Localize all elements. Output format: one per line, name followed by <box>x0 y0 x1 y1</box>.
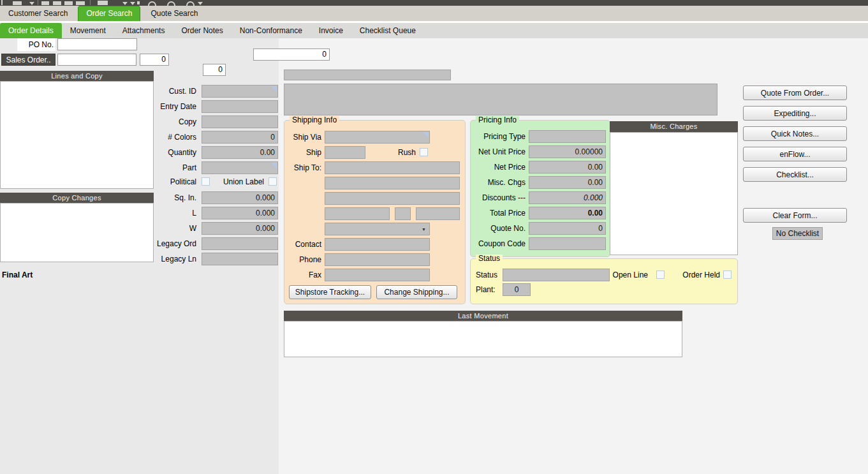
pricing-type-field <box>529 130 606 143</box>
save-icon[interactable] <box>13 1 22 5</box>
open-line-label: Open Line <box>608 269 648 281</box>
net-price-field: 0.00 <box>529 161 606 174</box>
net-price-label: Net Price <box>471 161 526 174</box>
tab-customer-search[interactable]: Customer Search <box>1 6 75 21</box>
help-icon[interactable] <box>186 1 195 6</box>
legacy-ln-label: Legacy Ln <box>101 253 196 265</box>
tab-attachments[interactable]: Attachments <box>114 23 173 38</box>
change-shipping-button[interactable]: Change Shipping... <box>376 285 457 299</box>
tab-order-notes[interactable]: Order Notes <box>173 23 231 38</box>
part-label: Part <box>101 161 196 174</box>
rush-checkbox[interactable] <box>420 148 428 156</box>
status-group-title: Status <box>476 255 503 263</box>
tab-order-details[interactable]: Order Details <box>0 23 62 38</box>
length-label: L <box>101 207 196 219</box>
plant-field: 0 <box>503 283 531 296</box>
no-checklist-badge: No Checklist <box>772 227 823 240</box>
last-movement-panel[interactable] <box>284 321 682 357</box>
tab-quote-search[interactable]: Quote Search <box>143 6 205 21</box>
paste-icon[interactable] <box>76 1 85 5</box>
open-line-checkbox[interactable] <box>656 270 665 279</box>
cust-id-field <box>202 85 278 98</box>
quick-notes-button[interactable]: Quick Notes... <box>743 126 847 141</box>
toolbar-icon[interactable] <box>137 1 140 4</box>
line-number-input[interactable]: 0 <box>203 64 226 76</box>
fax-field <box>325 269 430 281</box>
search-icon[interactable] <box>167 1 175 6</box>
quantity-label: Quantity <box>101 146 196 159</box>
status-field <box>503 269 610 281</box>
pricing-info-group: Pricing Info Pricing Type Net Unit Price… <box>470 120 610 257</box>
po-label-box: PO No. <box>17 38 55 51</box>
fax-label: Fax <box>284 269 321 281</box>
po-input[interactable] <box>57 38 137 50</box>
misc-charges-header: Misc. Charges <box>610 121 738 132</box>
tab-movement[interactable]: Movement <box>62 23 114 38</box>
part-field <box>202 161 278 174</box>
union-label-checkbox[interactable] <box>268 177 277 186</box>
dropdown-caret-icon[interactable] <box>130 2 135 5</box>
tab-order-search[interactable]: Order Search <box>78 6 140 21</box>
total-price-field: 0.00 <box>529 207 606 219</box>
ship-to-addr1-field <box>325 177 460 189</box>
sq-in-label: Sq. In. <box>101 191 196 204</box>
legacy-ord-label: Legacy Ord <box>101 237 196 250</box>
clear-form-button[interactable]: Clear Form... <box>743 208 847 223</box>
political-checkbox[interactable] <box>202 177 210 186</box>
contact-field <box>325 238 430 251</box>
sq-in-field: 0.000 <box>202 191 278 204</box>
pricing-info-title: Pricing Info <box>476 116 519 124</box>
enflow-button[interactable]: enFlow... <box>743 147 847 161</box>
total-price-label: Total Price <box>471 207 526 219</box>
order-entry-window: Customer Search Order Search Quote Searc… <box>0 0 868 474</box>
misc-charges-list[interactable] <box>610 132 738 255</box>
lines-and-copy-header: Lines and Copy <box>0 71 154 81</box>
toolbar-icon[interactable] <box>41 1 49 5</box>
ship-to-zip-field <box>416 207 460 220</box>
length-field: 0.000 <box>202 207 278 219</box>
order-total-input[interactable]: 0 <box>253 48 330 61</box>
shipping-info-title: Shipping Info <box>290 116 339 124</box>
expediting-button[interactable]: Expediting... <box>743 106 847 121</box>
discounts-field: 0.000 <box>529 191 606 204</box>
ship-via-label: Ship Via <box>284 131 321 144</box>
undo-icon[interactable] <box>122 2 128 5</box>
order-summary-bar <box>284 70 451 80</box>
toolbar-icon[interactable] <box>53 1 61 5</box>
union-label-label: Union Label <box>214 175 264 188</box>
width-label: W <box>101 222 196 235</box>
checklist-button[interactable]: Checklist... <box>743 167 847 182</box>
ship-to-city-field <box>325 207 390 220</box>
num-colors-field: 0 <box>202 131 278 144</box>
tab-non-conformance[interactable]: Non-Conformance <box>232 23 311 38</box>
ship-to-name-field <box>325 161 460 174</box>
dropdown-caret-icon[interactable] <box>29 2 34 5</box>
quantity-field: 0.00 <box>202 146 278 159</box>
plant-label: Plant: <box>476 283 501 296</box>
cust-id-label: Cust. ID <box>101 85 196 98</box>
toolbar-icon[interactable] <box>1 0 3 5</box>
secondary-tab-strip: Order Details Movement Attachments Order… <box>0 23 868 38</box>
quote-from-order-button[interactable]: Quote From Order... <box>743 85 847 100</box>
status-label: Status <box>476 269 501 281</box>
sales-order-line-input[interactable]: 0 <box>140 54 169 66</box>
shipstore-tracking-button[interactable]: Shipstore Tracking... <box>289 285 371 299</box>
width-field: 0.000 <box>202 222 278 235</box>
po-label: PO No. <box>17 38 55 51</box>
primary-tab-strip: Customer Search Order Search Quote Searc… <box>0 6 868 21</box>
net-unit-price-label: Net Unit Price <box>471 145 526 158</box>
tab-checklist-queue[interactable]: Checklist Queue <box>351 23 424 38</box>
ship-to-country-dropdown[interactable]: ▼ <box>325 223 430 235</box>
order-held-checkbox[interactable] <box>723 270 732 279</box>
dropdown-caret-icon[interactable] <box>198 2 203 5</box>
copy-icon[interactable] <box>64 1 73 5</box>
customer-name-box <box>284 84 717 115</box>
toolbar-icon[interactable] <box>98 1 108 5</box>
tab-invoice[interactable]: Invoice <box>311 23 351 38</box>
toolbar-separator <box>38 0 38 5</box>
discounts-label: Discounts --- <box>471 191 526 204</box>
shipping-info-group: Shipping Info Ship Via Ship Rush Ship To… <box>284 120 466 304</box>
sales-order-input[interactable] <box>57 54 136 66</box>
sales-order-button[interactable]: Sales Order.. <box>1 54 55 66</box>
refresh-icon[interactable] <box>148 1 156 6</box>
